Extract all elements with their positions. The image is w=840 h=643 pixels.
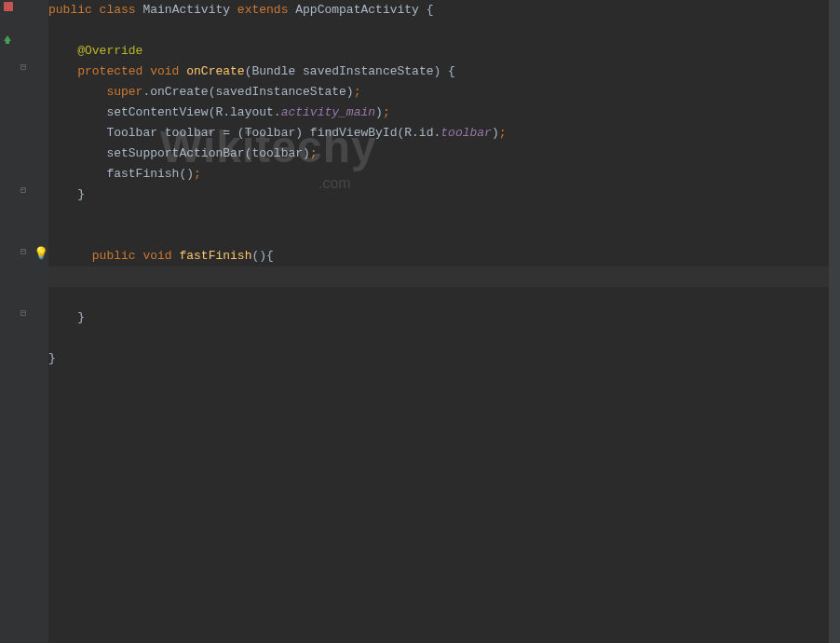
editor-container: ⊟ ⊟ ⊟ ⊟ 💡 public class MainActivity exte…	[0, 0, 840, 643]
fold-gutter: ⊟ ⊟ ⊟ ⊟	[19, 0, 32, 643]
code-text: )	[492, 126, 499, 140]
fold-toggle-icon[interactable]: ⊟	[20, 62, 26, 73]
code-line[interactable]: protected void onCreate(Bundle savedInst…	[48, 62, 840, 82]
semicolon: ;	[499, 126, 507, 140]
semicolon: ;	[354, 85, 361, 99]
keyword-void: void	[142, 249, 179, 263]
semicolon: ;	[194, 167, 201, 181]
close-brace: }	[48, 310, 85, 324]
keyword-class: class	[100, 3, 143, 17]
method-name: fastFinish	[179, 249, 251, 263]
close-brace: }	[48, 351, 56, 365]
code-editor[interactable]: public class MainActivity extends AppCom…	[48, 0, 840, 643]
code-line[interactable]: }	[48, 308, 840, 328]
code-text: )	[375, 105, 383, 119]
code-line[interactable]	[48, 21, 840, 41]
override-up-icon[interactable]	[2, 34, 13, 48]
parent-class: AppCompatActivity {	[295, 3, 433, 17]
code-line[interactable]: Toolbar toolbar = (Toolbar) findViewById…	[48, 123, 840, 144]
code-line[interactable]: }	[48, 185, 840, 205]
keyword-public: public	[48, 3, 100, 17]
code-text: setSupportActionBar(toolbar)	[48, 146, 310, 160]
lightbulb-icon[interactable]: 💡	[34, 246, 48, 261]
code-line[interactable]: @Override	[48, 41, 840, 62]
code-line[interactable]	[48, 226, 840, 246]
code-line[interactable]: setContentView(R.layout.activity_main);	[48, 103, 840, 123]
fold-toggle-icon[interactable]: ⊟	[20, 308, 26, 319]
keyword-public: public	[48, 249, 142, 263]
fold-toggle-icon[interactable]: ⊟	[20, 246, 26, 257]
error-marker-icon[interactable]	[2, 0, 15, 17]
resource-ref: activity_main	[281, 105, 375, 119]
code-text: Toolbar toolbar = (Toolbar) findViewById…	[48, 126, 440, 140]
code-line[interactable]: fastFinish();	[48, 164, 840, 185]
intention-gutter: 💡	[32, 0, 48, 643]
keyword-void: void	[150, 64, 186, 78]
code-line-current[interactable]	[48, 267, 840, 287]
code-line[interactable]	[48, 328, 840, 349]
keyword-super: super	[48, 85, 142, 99]
code-text: fastFinish()	[48, 167, 194, 181]
code-line[interactable]: public class MainActivity extends AppCom…	[48, 0, 840, 21]
code-line[interactable]: }	[48, 349, 840, 369]
method-params: (Bundle savedInstanceState) {	[245, 64, 455, 78]
code-line[interactable]	[48, 287, 840, 308]
code-line[interactable]	[48, 205, 840, 226]
code-text: (){	[251, 249, 273, 263]
annotation-override: @Override	[48, 44, 142, 58]
code-text: .onCreate(savedInstanceState)	[142, 85, 353, 99]
vertical-scrollbar[interactable]	[829, 0, 840, 643]
keyword-extends: extends	[237, 3, 295, 17]
svg-rect-0	[4, 2, 13, 11]
code-line[interactable]: super.onCreate(savedInstanceState);	[48, 82, 840, 103]
semicolon: ;	[310, 146, 318, 160]
code-line[interactable]: setSupportActionBar(toolbar);	[48, 144, 840, 164]
method-name: onCreate	[186, 64, 244, 78]
close-brace: }	[48, 187, 85, 201]
marker-gutter	[0, 0, 19, 643]
code-line[interactable]: public void fastFinish(){	[48, 246, 840, 267]
code-text: setContentView(R.layout.	[48, 105, 281, 119]
resource-ref: toolbar	[440, 126, 492, 140]
keyword-protected: protected	[48, 64, 150, 78]
class-name: MainActivity	[142, 3, 237, 17]
semicolon: ;	[383, 105, 390, 119]
fold-toggle-icon[interactable]: ⊟	[20, 185, 26, 196]
